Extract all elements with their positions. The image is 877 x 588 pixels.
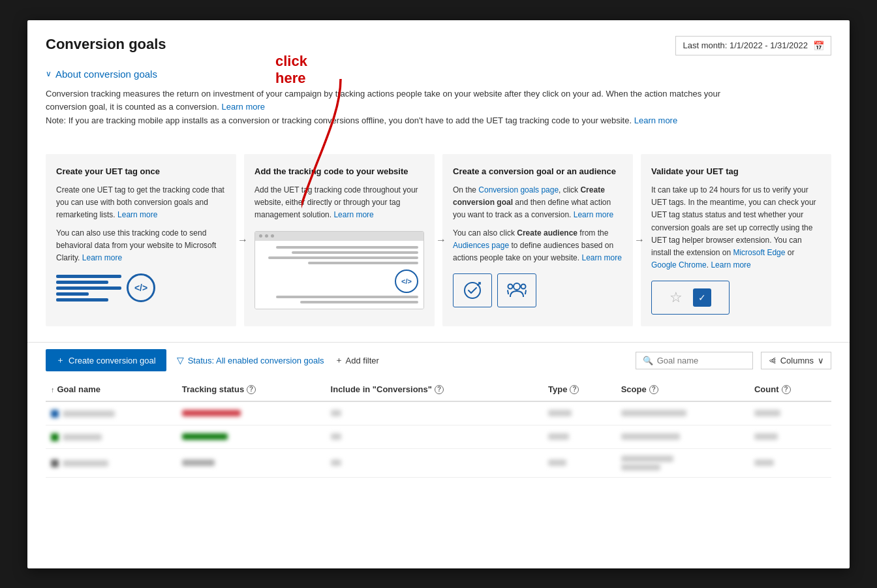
table-row[interactable]	[46, 426, 831, 449]
step-1-learn-more-1[interactable]: Learn more	[117, 210, 157, 219]
type-value	[548, 410, 572, 416]
conversion-goals-page-link[interactable]: Conversion goals page	[478, 185, 559, 194]
toolbar-right: 🔍 ⫷ Columns ∨	[636, 352, 831, 369]
table-row[interactable]	[46, 449, 831, 478]
audiences-page-link[interactable]: Audiences page	[453, 241, 509, 250]
step-card-3: Create a conversion goal or an audience …	[442, 154, 633, 327]
table-header-row: ↑ Goal name Tracking status ? Include in…	[46, 378, 831, 401]
tracking-status-cell	[177, 449, 326, 478]
about-toggle-label: About conversion goals	[55, 69, 157, 80]
include-conversions-value	[331, 410, 341, 416]
about-text-block: Conversion tracking measures the return …	[46, 87, 763, 128]
count-help-icon[interactable]: ?	[782, 385, 791, 394]
col-include-conversions[interactable]: Include in "Conversions" ?	[326, 378, 543, 401]
step-2-illustration: </>	[254, 231, 424, 309]
goal-name-input[interactable]	[657, 356, 746, 365]
type-help-icon[interactable]: ?	[570, 385, 579, 394]
count-value	[754, 410, 780, 416]
scope-help-icon[interactable]: ?	[649, 385, 658, 394]
tracking-status-cell	[177, 401, 326, 426]
browser-dot	[265, 234, 268, 238]
about-toggle[interactable]: ∨ About conversion goals	[46, 69, 831, 80]
col-scope[interactable]: Scope ?	[616, 378, 749, 401]
step-1-learn-more-2[interactable]: Learn more	[82, 253, 122, 262]
step-2-title: Add the tracking code to your website	[254, 166, 424, 178]
audience-icon	[506, 280, 527, 301]
tracking-status-cell	[177, 426, 326, 449]
include-conversions-value	[331, 459, 341, 466]
add-filter-button[interactable]: ＋ Add filter	[335, 354, 379, 366]
step-4-title: Validate your UET tag	[651, 166, 821, 178]
code-lines	[56, 275, 121, 302]
step-card-1: Create your UET tag once Create one UET …	[46, 154, 236, 327]
type-cell	[543, 426, 616, 449]
sort-icon: ↑	[51, 386, 55, 394]
plus-small-icon: ＋	[335, 354, 343, 366]
step-2-learn-more-1[interactable]: Learn more	[333, 210, 373, 219]
step-arrow-3: →	[634, 234, 645, 246]
table-body	[46, 401, 831, 478]
type-value	[548, 459, 566, 466]
steps-container: Create your UET tag once Create one UET …	[27, 144, 850, 337]
learn-more-link-1[interactable]: Learn more	[222, 102, 265, 112]
include-conversions-cell	[326, 426, 543, 449]
date-range-picker[interactable]: Last month: 1/1/2022 - 1/31/2022 📅	[675, 36, 831, 55]
scope-value-2	[621, 464, 660, 471]
goal-name-value	[63, 434, 102, 441]
columns-icon: ⫷	[768, 356, 777, 365]
goal-color-indicator	[51, 410, 59, 418]
count-cell	[749, 401, 831, 426]
goal-name-cell	[46, 401, 177, 426]
count-cell	[749, 426, 831, 449]
browser-line	[276, 246, 418, 249]
status-filter[interactable]: ▽ Status: All enabled conversion goals	[177, 355, 324, 365]
google-chrome-link[interactable]: Google Chrome	[651, 260, 707, 270]
col-type[interactable]: Type ?	[543, 378, 616, 401]
about-paragraph-1: Conversion tracking measures the return …	[46, 87, 763, 115]
step-3-title: Create a conversion goal or an audience	[453, 166, 623, 178]
browser-code-badge: </>	[395, 270, 418, 293]
step-1-title: Create your UET tag once	[56, 166, 226, 178]
step-1-para-1: Create one UET tag to get the tracking c…	[56, 184, 226, 222]
step-3-learn-more-2[interactable]: Learn more	[581, 253, 621, 262]
step-1-illustration: </>	[56, 273, 226, 302]
include-conversions-help-icon[interactable]: ?	[435, 385, 444, 394]
col-goal-name[interactable]: ↑ Goal name	[46, 378, 177, 401]
browser-dot	[271, 234, 274, 238]
code-tag-icon: </>	[127, 273, 155, 302]
goal-color-indicator	[51, 459, 59, 467]
about-section: ∨ About conversion goals Conversion trac…	[27, 63, 850, 138]
type-cell	[543, 449, 616, 478]
filter-icon: ▽	[177, 355, 184, 365]
step-card-2: Add the tracking code to your website Ad…	[244, 154, 435, 327]
browser-line	[292, 251, 418, 254]
browser-bar	[255, 232, 423, 241]
puzzle-icon: ✓	[693, 288, 711, 307]
col-count[interactable]: Count ?	[749, 378, 831, 401]
scope-cell	[616, 449, 749, 478]
step-3-learn-more-1[interactable]: Learn more	[574, 210, 613, 219]
col-tracking-status[interactable]: Tracking status ?	[177, 378, 326, 401]
main-window: click here Conversion goals Last month: …	[27, 20, 850, 568]
table-row[interactable]	[46, 401, 831, 426]
star-icon: ☆	[669, 289, 683, 306]
date-range-text: Last month: 1/1/2022 - 1/31/2022	[683, 40, 808, 50]
create-conversion-goal-button[interactable]: ＋ Create conversion goal	[46, 349, 166, 371]
svg-point-3	[521, 285, 526, 289]
code-line	[56, 286, 121, 290]
browser-dot	[259, 234, 262, 238]
page-title: Conversion goals	[46, 36, 166, 53]
learn-more-link-2[interactable]: Learn more	[634, 116, 677, 125]
tracking-status-value	[182, 433, 228, 440]
goal-name-value	[63, 460, 108, 467]
tracking-status-help-icon[interactable]: ?	[247, 385, 256, 394]
conversion-goal-icon-box	[453, 273, 492, 307]
goal-name-search[interactable]: 🔍	[636, 352, 753, 369]
target-check-icon	[462, 280, 483, 301]
step-4-learn-more[interactable]: Learn more	[711, 260, 750, 270]
scope-cell	[616, 401, 749, 426]
columns-button[interactable]: ⫷ Columns ∨	[761, 352, 831, 369]
type-value	[548, 433, 569, 440]
microsoft-edge-link[interactable]: Microsoft Edge	[733, 248, 785, 257]
chevron-down-icon: ∨	[46, 69, 52, 78]
